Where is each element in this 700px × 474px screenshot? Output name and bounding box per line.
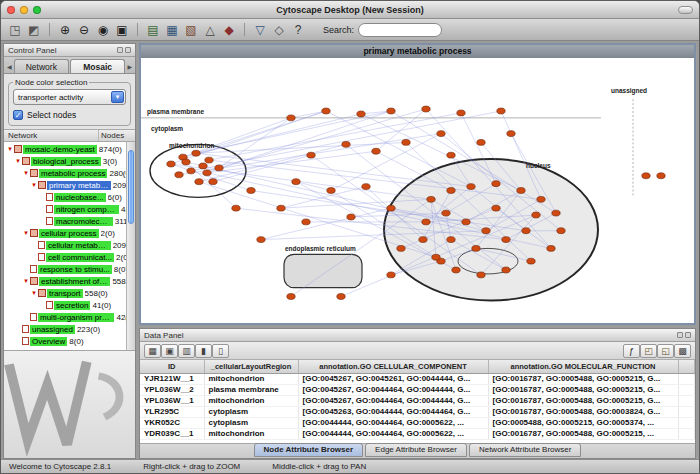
attribute-select-icon[interactable]: ▦ [144, 344, 161, 358]
tree-item[interactable]: secretion41(0) [4, 299, 135, 311]
tab-edge-attribute-browser[interactable]: Edge Attribute Browser [365, 443, 467, 457]
tree-column-nodes[interactable]: Nodes [99, 130, 135, 141]
float-panel-icon[interactable] [117, 47, 123, 53]
tree-expander-icon[interactable]: ▾ [30, 289, 38, 297]
table-column-header[interactable]: _cellularLayoutRegion [204, 360, 298, 373]
tree-item[interactable]: ▾metabolic process280(0) [4, 167, 135, 179]
tree-item[interactable]: cellular metabol...209(0) [4, 239, 135, 251]
tab-mosaic[interactable]: Mosaic [70, 59, 125, 73]
network-canvas[interactable]: plasma membranecytoplasmmitochondrionnuc… [141, 58, 694, 323]
show-graphics-details-icon[interactable]: ▤ [144, 22, 162, 38]
network-overview-icon[interactable]: ▦ [163, 22, 181, 38]
network-icon [30, 277, 38, 285]
tree-item[interactable]: macromolecule...311(0) [4, 215, 135, 227]
tree-item[interactable]: ▾establishment of l...558(0) [4, 275, 135, 287]
tree-scrollbar[interactable] [126, 142, 135, 350]
data-panel-left-icons: ▦▣▥▮▯ [144, 344, 229, 358]
network-icon [30, 313, 37, 321]
table-cell: mitochondrion [204, 395, 298, 406]
zoom-selected-region-icon[interactable]: ◉ [94, 22, 112, 38]
control-panel-tabs: Network Mosaic [4, 57, 135, 74]
column-chooser-icon[interactable]: ▥ [178, 344, 195, 358]
tree-item[interactable]: Overview8(0) [4, 335, 135, 347]
tab-scroll-right-icon[interactable] [126, 63, 133, 73]
table-row[interactable]: YKR052Ccytoplasm[GO:0044444, GO:0044464,… [140, 417, 695, 428]
tree-column-network[interactable]: Network [4, 130, 99, 141]
tab-scroll-left-icon[interactable] [6, 63, 13, 73]
tree-item[interactable]: nitrogen compo...4(0) [4, 203, 135, 215]
close-panel-icon[interactable] [685, 332, 691, 338]
tree-expander-icon[interactable]: ▾ [30, 181, 38, 189]
close-panel-icon[interactable] [125, 47, 131, 53]
tree-item-count: 6(0) [108, 193, 122, 202]
svg-text:mitochondrion: mitochondrion [169, 142, 215, 149]
tree-item[interactable]: unassigned223(0) [4, 323, 135, 335]
matrix-icon[interactable]: ▩ [674, 344, 691, 358]
table-column-header[interactable]: annotation.GO CELLULAR_COMPONENT [298, 360, 488, 373]
network-icon [38, 253, 45, 261]
delete-attribute-icon[interactable]: ▯ [212, 344, 229, 358]
select-nodes-checkbox[interactable] [13, 110, 23, 120]
tab-node-attribute-browser[interactable]: Node Attribute Browser [254, 443, 364, 457]
histogram-icon[interactable]: ▮ [195, 344, 212, 358]
tree-item[interactable]: multi-organism pro...42(0) [4, 311, 135, 323]
tree-item[interactable]: response to stimu...8(0) [4, 263, 135, 275]
tab-network-attribute-browser[interactable]: Network Attribute Browser [469, 443, 581, 457]
help-icon[interactable]: ? [289, 22, 307, 38]
tree-item[interactable]: cell communicat...2(0) [4, 251, 135, 263]
table-cell: [GO:0016787, GO:0005488, GO:0005215, G..… [488, 373, 678, 384]
tree-item[interactable]: ▾primary metabo...209(0) [4, 179, 135, 191]
table-cell: YPL036W__1 [140, 395, 204, 406]
zoom-in-icon[interactable]: ⊕ [56, 22, 74, 38]
toolbar-toggle-button[interactable] [678, 6, 693, 14]
close-window-button[interactable] [7, 6, 15, 14]
toolbar-separator [49, 23, 50, 36]
tree-item[interactable]: ▾mosaic-demo-yeast874(0) [4, 143, 135, 155]
zoom-window-button[interactable] [33, 6, 41, 14]
export-attributes-icon[interactable]: ◱ [657, 344, 674, 358]
tree-scrollbar-thumb[interactable] [128, 150, 134, 224]
tree-item[interactable]: ▾biological_process3(0) [4, 155, 135, 167]
zoom-out-icon[interactable]: ⊖ [75, 22, 93, 38]
network-icon [46, 217, 53, 225]
tree-item[interactable]: ▾cellular process2(0) [4, 227, 135, 239]
minimize-window-button[interactable] [20, 6, 28, 14]
table-cell: YPL036W__2 [140, 384, 204, 395]
network-icon [22, 325, 29, 333]
zoom-fit-content-icon[interactable]: ▣ [113, 22, 131, 38]
node-color-select[interactable]: transporter activity [13, 89, 126, 105]
tree-expander-icon[interactable]: ▾ [6, 145, 14, 153]
table-row[interactable]: YDR039C__1mitochondrion[GO:0044444, GO:0… [140, 428, 695, 439]
copy-table-icon[interactable]: ▣ [161, 344, 178, 358]
tree-expander-icon[interactable]: ▾ [22, 277, 30, 285]
table-row[interactable]: YJR121W__1mitochondrion[GO:0045267, GO:0… [140, 373, 695, 384]
annotation-icon[interactable]: ▧ [182, 22, 200, 38]
open-session-icon[interactable]: ◳ [6, 22, 24, 38]
layout-icon[interactable]: △ [201, 22, 219, 38]
table-row[interactable]: YPL036W__2plasma membrane[GO:0045267, GO… [140, 384, 695, 395]
table-cell: [GO:0045267, GO:0044464, GO:0044444, G..… [298, 384, 488, 395]
birdseye-overview[interactable] [4, 350, 135, 458]
tree-expander-icon[interactable]: ▾ [22, 229, 30, 237]
import-attributes-icon[interactable]: ◰ [640, 344, 657, 358]
vizmapper-icon[interactable]: ◆ [220, 22, 238, 38]
tree-expander-icon[interactable]: ▾ [22, 169, 30, 177]
tree-item[interactable]: ▾transport558(0) [4, 287, 135, 299]
filter-icon[interactable]: ▽ [251, 22, 269, 38]
table-column-header[interactable]: ID [140, 360, 204, 373]
table-column-header[interactable]: annotation.GO MOLECULAR_FUNCTION [488, 360, 678, 373]
tree-item[interactable]: nucleobase...6(0) [4, 191, 135, 203]
tab-network[interactable]: Network [14, 59, 69, 73]
plugin-manager-icon[interactable]: ◇ [270, 22, 288, 38]
tree-expander-icon[interactable]: ▾ [14, 157, 22, 165]
table-row[interactable]: YLR295Ccytoplasm[GO:0045263, GO:0044444,… [140, 406, 695, 417]
save-session-icon[interactable]: ◩ [25, 22, 43, 38]
network-icon [46, 193, 53, 201]
birdseye-thumbnail [4, 351, 135, 458]
network-icon [46, 205, 53, 213]
function-builder-icon[interactable]: ƒ [623, 344, 640, 358]
window-titlebar[interactable]: Cytoscape Desktop (New Session) [1, 1, 699, 19]
float-panel-icon[interactable] [677, 332, 683, 338]
search-input[interactable] [358, 23, 442, 37]
table-row[interactable]: YPL036W__1mitochondrion[GO:0045267, GO:0… [140, 395, 695, 406]
